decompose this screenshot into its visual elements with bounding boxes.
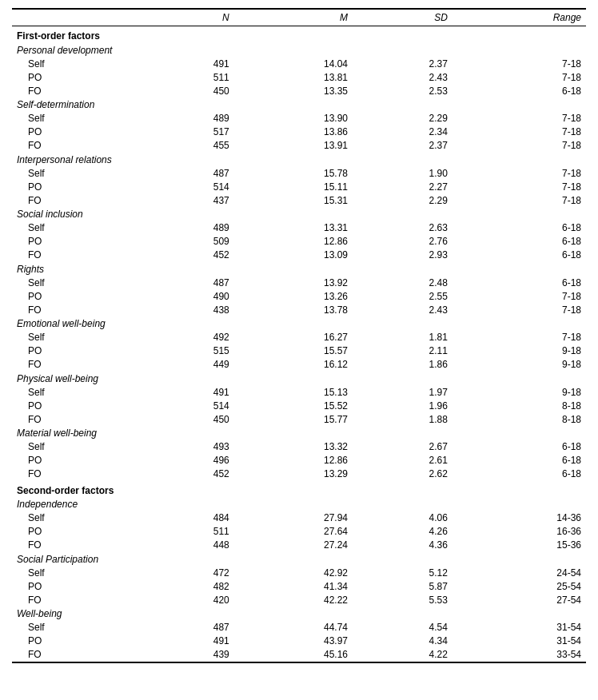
- cell-m: 13.09: [234, 249, 353, 262]
- cell-label: FO: [12, 467, 144, 481]
- cell-n: 455: [144, 139, 234, 153]
- cell-n: 487: [144, 276, 234, 289]
- table-row: FO43813.782.437-18: [12, 303, 586, 316]
- cell-n: 514: [144, 180, 234, 193]
- cell-m: 12.86: [234, 235, 353, 249]
- table-row: FO43715.312.297-18: [12, 193, 586, 207]
- cell-sd: 1.97: [353, 385, 452, 399]
- cell-range: 16-36: [452, 525, 586, 539]
- table-row: PO50912.862.766-18: [12, 235, 586, 249]
- cell-m: 42.92: [234, 566, 353, 579]
- cell-label: Self: [12, 440, 144, 454]
- cell-n: 482: [144, 579, 234, 593]
- cell-label: Self: [12, 566, 144, 579]
- cell-sd: 2.11: [353, 344, 452, 358]
- cell-sd: 2.62: [353, 467, 452, 481]
- cell-label: PO: [12, 344, 144, 358]
- table-row: Self49216.271.817-18: [12, 331, 586, 344]
- subsection-header-row: Social Participation: [12, 552, 586, 567]
- cell-range: 6-18: [452, 235, 586, 249]
- table-row: Self48715.781.907-18: [12, 166, 586, 180]
- cell-label: FO: [12, 249, 144, 262]
- cell-n: 515: [144, 344, 234, 358]
- cell-range: 25-54: [452, 579, 586, 593]
- cell-label: Self: [12, 276, 144, 289]
- cell-n: 509: [144, 235, 234, 249]
- cell-label: Self: [12, 511, 144, 525]
- cell-m: 15.13: [234, 385, 353, 399]
- subsection-header-row: Emotional well-being: [12, 316, 586, 331]
- cell-label: Self: [12, 57, 144, 70]
- cell-n: 514: [144, 399, 234, 412]
- cell-m: 15.77: [234, 412, 353, 426]
- cell-m: 13.32: [234, 440, 353, 454]
- table-row: PO51713.862.347-18: [12, 125, 586, 139]
- subsection-header-row: Social inclusion: [12, 207, 586, 221]
- subsection-header-label: Independence: [12, 497, 586, 511]
- cell-sd: 4.26: [353, 525, 452, 539]
- subsection-header-row: Interpersonal relations: [12, 153, 586, 167]
- cell-label: Self: [12, 331, 144, 344]
- cell-m: 16.12: [234, 358, 353, 372]
- cell-m: 42.22: [234, 593, 353, 607]
- cell-sd: 1.96: [353, 399, 452, 412]
- table-row: PO51515.572.119-18: [12, 344, 586, 358]
- subsection-header-label: Well-being: [12, 607, 586, 621]
- subsection-header-row: Self-determination: [12, 97, 586, 112]
- cell-n: 511: [144, 70, 234, 84]
- table-row: Self48913.902.297-18: [12, 112, 586, 125]
- cell-n: 484: [144, 511, 234, 525]
- cell-range: 24-54: [452, 566, 586, 579]
- cell-n: 452: [144, 467, 234, 481]
- cell-label: FO: [12, 648, 144, 662]
- table-row: FO45513.912.377-18: [12, 139, 586, 153]
- table-row: PO49612.862.616-18: [12, 454, 586, 467]
- cell-range: 6-18: [452, 440, 586, 454]
- table-row: FO45013.352.536-18: [12, 84, 586, 97]
- cell-n: 491: [144, 385, 234, 399]
- cell-label: PO: [12, 289, 144, 303]
- cell-label: FO: [12, 139, 144, 153]
- cell-range: 8-18: [452, 412, 586, 426]
- table-row: Self49313.322.676-18: [12, 440, 586, 454]
- subsection-header-label: Rights: [12, 262, 586, 276]
- cell-m: 15.57: [234, 344, 353, 358]
- cell-sd: 5.53: [353, 593, 452, 607]
- cell-label: PO: [12, 399, 144, 412]
- cell-m: 45.16: [234, 648, 353, 662]
- cell-sd: 2.61: [353, 454, 452, 467]
- table-row: PO51113.812.437-18: [12, 70, 586, 84]
- cell-range: 6-18: [452, 221, 586, 235]
- cell-n: 517: [144, 125, 234, 139]
- cell-n: 472: [144, 566, 234, 579]
- cell-sd: 2.43: [353, 303, 452, 316]
- cell-m: 13.92: [234, 276, 353, 289]
- cell-sd: 4.36: [353, 539, 452, 552]
- table-row: Self48713.922.486-18: [12, 276, 586, 289]
- cell-n: 449: [144, 358, 234, 372]
- cell-range: 6-18: [452, 276, 586, 289]
- cell-m: 13.31: [234, 221, 353, 235]
- cell-range: 7-18: [452, 70, 586, 84]
- cell-m: 15.78: [234, 166, 353, 180]
- cell-range: 31-54: [452, 634, 586, 648]
- cell-range: 9-18: [452, 344, 586, 358]
- cell-label: PO: [12, 525, 144, 539]
- cell-m: 43.97: [234, 634, 353, 648]
- cell-range: 7-18: [452, 331, 586, 344]
- cell-range: 7-18: [452, 139, 586, 153]
- cell-label: Self: [12, 221, 144, 235]
- cell-m: 13.81: [234, 70, 353, 84]
- cell-sd: 2.37: [353, 57, 452, 70]
- cell-n: 439: [144, 648, 234, 662]
- statistics-table: N M SD Range First-order factorsPersonal…: [12, 8, 586, 663]
- section-header-label: Second-order factors: [12, 481, 586, 498]
- cell-range: 15-36: [452, 539, 586, 552]
- table-row: FO42042.225.5327-54: [12, 593, 586, 607]
- cell-m: 16.27: [234, 331, 353, 344]
- cell-n: 492: [144, 331, 234, 344]
- cell-range: 6-18: [452, 84, 586, 97]
- cell-sd: 2.53: [353, 84, 452, 97]
- cell-n: 487: [144, 166, 234, 180]
- table-row: FO45213.292.626-18: [12, 467, 586, 481]
